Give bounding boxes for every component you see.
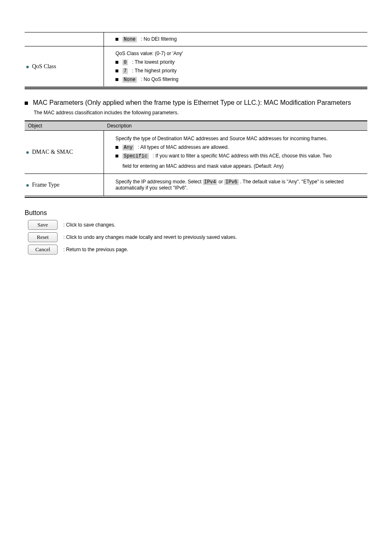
square-bullet-icon (115, 61, 118, 64)
section-header-mac-modify: MAC Parameters (Only applied when the fr… (25, 99, 367, 106)
col-header-object: Object (25, 121, 104, 131)
reset-button[interactable]: Reset (28, 232, 58, 242)
table-mac-params: Object Description DMAC & SMAC Specify t… (25, 120, 367, 196)
square-bullet-icon (115, 146, 118, 149)
dot-icon (26, 66, 29, 68)
save-button[interactable]: Save (28, 220, 58, 230)
code-specific: Specific (122, 153, 149, 159)
code-none-2: None (122, 77, 137, 83)
dmac-bullet-any: Any : All types of MAC addresses are all… (115, 143, 364, 152)
frame-type-text: Specify the IP addressing mode. Select I… (115, 179, 364, 191)
button-row-cancel: Cancel : Return to the previous page. (28, 245, 367, 254)
dmac-bullet-specific: Specific : If you want to filter a speci… (115, 152, 364, 170)
code-ipv4: IPv4 (203, 179, 217, 185)
square-bullet-icon (115, 38, 118, 41)
square-bullet-icon (115, 69, 118, 72)
col-header-description: Description (104, 121, 368, 131)
row-prev-bullet-none: None : No DEI filtering (115, 35, 364, 44)
qos-bullet-0: 0 : The lowest priority (115, 58, 364, 67)
square-bullet-icon (115, 155, 118, 157)
button-row-save: Save : Click to save changes. (28, 220, 367, 230)
dot-icon (26, 184, 29, 187)
dot-icon (26, 151, 29, 154)
code-any: Any (122, 145, 134, 150)
code-ipv6: IPv6 (224, 179, 239, 185)
section-sub: The MAC address classification includes … (34, 110, 367, 116)
cancel-button[interactable]: Cancel (28, 245, 58, 254)
button-row-reset: Reset : Click to undo any changes made l… (28, 232, 367, 242)
qos-intro: QoS Class value: (0-7) or 'Any' (115, 51, 364, 56)
square-bullet-icon (115, 78, 118, 81)
code-none-1: None (122, 37, 137, 42)
square-bullet-icon (25, 102, 28, 105)
qos-bullet-7: 7 : The highest priority (115, 67, 364, 75)
save-desc: : Click to save changes. (63, 222, 367, 228)
qos-bullet-none: None : No QoS filtering (115, 75, 364, 84)
row-label-dmac-smac: DMAC & SMAC (26, 149, 100, 155)
cancel-desc: : Return to the previous page. (63, 247, 367, 252)
reset-desc: : Click to undo any changes made locally… (63, 234, 367, 240)
dmac-intro: Specify the type of Destination MAC addr… (115, 136, 364, 141)
row-label-frame-type: Frame Type (26, 182, 100, 188)
table-fragment-1: None : No DEI filtering QoS Class QoS Cl… (25, 32, 367, 86)
buttons-title: Buttons (25, 209, 367, 217)
code-0: 0 (122, 60, 128, 65)
code-7: 7 (122, 68, 128, 74)
row-label-qos-class: QoS Class (26, 63, 100, 70)
